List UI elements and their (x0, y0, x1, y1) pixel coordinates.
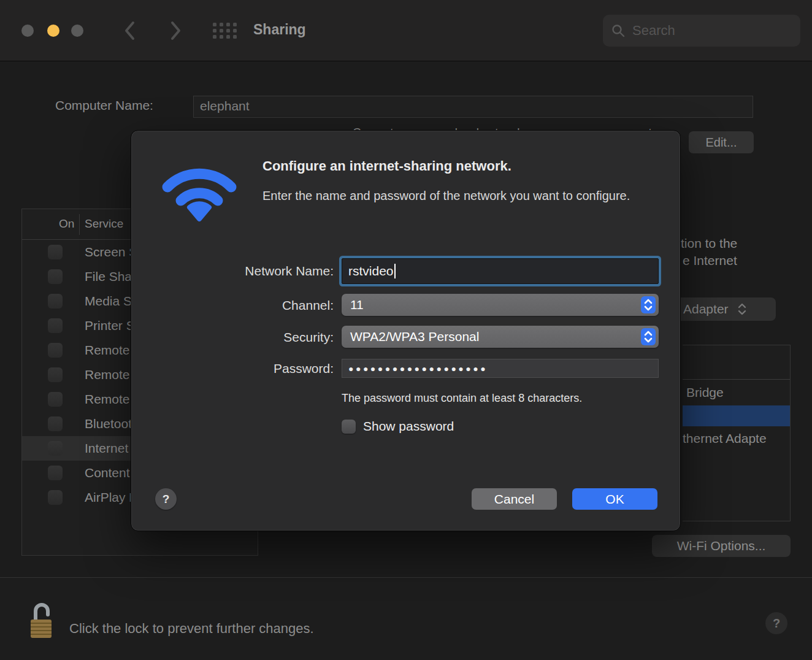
dialog-description: Enter the name and password of the netwo… (262, 187, 630, 205)
list-item-label: Bridge (686, 385, 724, 400)
edit-button[interactable]: Edit... (689, 131, 754, 153)
ok-button-label: OK (605, 492, 624, 507)
channel-popup[interactable]: 11 (342, 294, 659, 316)
show-password-checkbox[interactable] (342, 420, 356, 434)
traffic-light-zoom-button[interactable] (71, 25, 83, 37)
search-input[interactable] (632, 23, 773, 39)
dialog-title: Configure an internet-sharing network. (262, 158, 511, 174)
security-popup[interactable]: WPA2/WPA3 Personal (342, 326, 659, 348)
share-connection-popup-value: Adapter (683, 302, 729, 317)
text-cursor (394, 264, 396, 278)
chevron-left-icon (123, 20, 137, 41)
list-header (683, 345, 790, 380)
question-mark-icon: ? (773, 616, 780, 631)
back-button[interactable] (118, 18, 142, 43)
network-name-label: Network Name: (137, 264, 334, 278)
service-checkbox[interactable] (48, 269, 63, 284)
wifi-options-button-label: Wi-Fi Options... (677, 539, 766, 553)
password-label: Password: (137, 361, 334, 376)
help-button[interactable]: ? (765, 612, 787, 634)
traffic-light-minimize-button[interactable] (47, 25, 59, 37)
traffic-light-close-button[interactable] (21, 25, 34, 37)
service-checkbox[interactable] (48, 367, 63, 382)
network-name-input[interactable]: rstvideo (342, 258, 659, 284)
sharing-preferences-window: Sharing Computer Name: elephant Computer… (0, 0, 812, 660)
window-title: Sharing (253, 21, 306, 38)
show-all-grid-icon[interactable] (212, 20, 237, 41)
computer-name-field[interactable]: elephant (193, 96, 753, 118)
channel-value: 11 (350, 297, 641, 312)
column-header-on: On (59, 217, 74, 231)
lock-open-icon[interactable] (28, 601, 55, 644)
security-label: Security: (137, 330, 334, 345)
service-checkbox[interactable] (48, 441, 63, 456)
chevron-updown-icon (643, 298, 653, 312)
service-checkbox[interactable] (48, 392, 63, 407)
description-fragment-2: e Internet (683, 253, 737, 268)
wifi-icon (160, 160, 239, 221)
service-checkbox[interactable] (48, 245, 63, 259)
service-checkbox[interactable] (48, 318, 63, 333)
forward-button[interactable] (163, 18, 188, 43)
list-item-bridge[interactable]: Bridge (683, 380, 790, 405)
column-header-service: Service (85, 217, 123, 231)
list-item-ethernet-adapter[interactable]: thernet Adapte (683, 428, 790, 450)
show-password-label: Show password (363, 419, 454, 434)
description-fragment-1: tion to the (681, 236, 737, 251)
stepper-control[interactable] (641, 296, 656, 313)
edit-button-label: Edit... (705, 136, 737, 150)
help-button[interactable]: ? (155, 488, 177, 510)
password-dots: ●●●●●●●●●●●●●●●●●●● (348, 364, 488, 374)
ok-button[interactable]: OK (572, 488, 657, 510)
network-name-value: rstvideo (348, 264, 394, 278)
search-field[interactable] (603, 15, 800, 47)
computer-name-label: Computer Name: (55, 98, 153, 113)
password-hint: The password must contain at least 8 cha… (342, 392, 659, 405)
service-checkbox[interactable] (48, 343, 63, 358)
list-item-label: thernet Adapte (683, 431, 767, 446)
wifi-options-button[interactable]: Wi-Fi Options... (652, 535, 791, 557)
to-computers-using-list: Bridge thernet Adapte (683, 345, 791, 521)
security-value: WPA2/WPA3 Personal (350, 329, 641, 344)
service-checkbox[interactable] (48, 416, 63, 431)
dialog-footer: ? Cancel OK (131, 488, 680, 510)
service-checkbox[interactable] (48, 490, 63, 505)
show-password-row: Show password (342, 419, 659, 434)
question-mark-icon: ? (163, 493, 170, 506)
search-icon (611, 24, 625, 37)
lock-hint-text: Click the lock to prevent further change… (69, 621, 314, 637)
list-item-selected[interactable] (683, 405, 790, 426)
chevron-right-icon (169, 20, 182, 41)
service-checkbox[interactable] (48, 466, 63, 480)
password-input[interactable]: ●●●●●●●●●●●●●●●●●●● (342, 359, 659, 378)
stepper-control[interactable] (641, 328, 656, 345)
chevron-updown-icon (643, 330, 653, 343)
bottom-bar: Click the lock to prevent further change… (0, 577, 812, 660)
cancel-button-label: Cancel (494, 492, 534, 507)
configure-network-dialog: Configure an internet-sharing network. E… (131, 130, 681, 531)
title-bar: Sharing (0, 0, 812, 61)
channel-label: Channel: (137, 298, 334, 313)
column-divider (79, 214, 80, 235)
chevron-updown-icon (737, 302, 747, 316)
computer-name-value: elephant (200, 99, 250, 113)
service-checkbox[interactable] (48, 294, 63, 309)
cancel-button[interactable]: Cancel (472, 488, 557, 510)
